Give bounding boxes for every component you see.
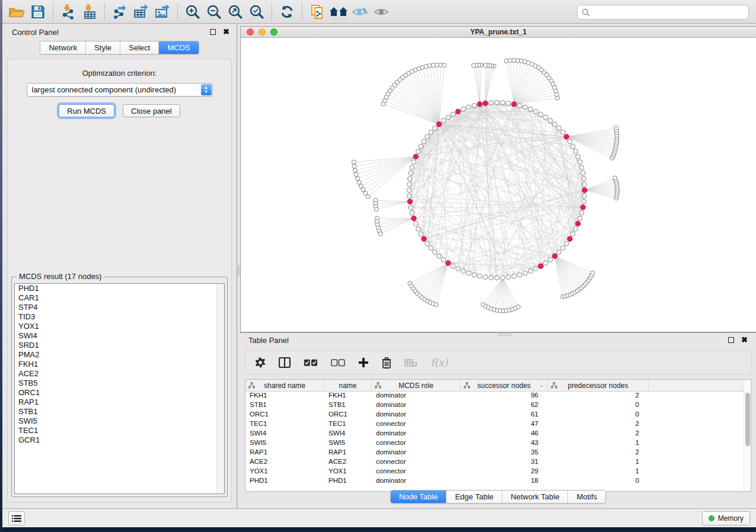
hide-selected-button[interactable] <box>349 2 371 21</box>
application-window: Control Panel ✖ NetworkStyleSelectMCDS O… <box>2 0 756 527</box>
cell-shared-name: ORC1 <box>245 411 324 420</box>
column-header-shared-name[interactable]: shared name <box>245 380 324 391</box>
import-network-button[interactable] <box>58 2 79 21</box>
tab-style[interactable]: Style <box>86 41 120 54</box>
export-network-icon <box>111 4 128 20</box>
cell-successor-nodes: 29 <box>461 467 548 477</box>
table-panel-splitter-handle[interactable] <box>498 334 511 336</box>
network-canvas[interactable] <box>241 38 756 332</box>
add-column-button[interactable] <box>358 357 369 368</box>
show-column-panel-button[interactable] <box>279 357 291 368</box>
close-panel-button-2[interactable]: Close panel <box>123 104 180 117</box>
table-settings-button[interactable] <box>255 357 266 368</box>
float-table-panel-button[interactable] <box>728 337 734 343</box>
select-all-button[interactable] <box>304 359 318 367</box>
cell-successor-nodes: 18 <box>461 477 548 486</box>
mcds-result-item: YOX1 <box>15 322 224 331</box>
network-window-titlebar[interactable]: YPA_prune.txt_1 <box>241 27 756 38</box>
refresh-button[interactable] <box>276 2 298 21</box>
close-table-panel-button[interactable]: ✖ <box>741 337 748 343</box>
optimization-criterion-select[interactable]: largest connected component (undirected)… <box>27 83 213 97</box>
cell-MCDS-role: dominator <box>372 411 461 420</box>
export-network-button[interactable] <box>109 2 130 21</box>
tab-node-table[interactable]: Node Table <box>391 491 447 503</box>
cell-shared-name: RAP1 <box>245 448 324 458</box>
table-row[interactable]: PHD1PHD1dominator180 <box>245 477 751 486</box>
table-row[interactable]: ORC1ORC1dominator610 <box>245 411 751 420</box>
import-table-button[interactable] <box>79 2 100 21</box>
tab-network-table[interactable]: Network Table <box>502 491 568 503</box>
cell-name: PHD1 <box>324 477 372 486</box>
mcds-list-scrollbar[interactable] <box>216 284 224 493</box>
zoom-fit-icon <box>228 4 243 20</box>
table-row[interactable]: RAP1RAP1dominator352 <box>245 448 751 458</box>
table-scrollbar-thumb[interactable] <box>745 393 750 446</box>
cell-successor-nodes: 62 <box>461 401 548 411</box>
close-panel-button[interactable]: ✖ <box>223 29 229 35</box>
plus-icon <box>358 357 369 368</box>
table-row[interactable]: FKH1FKH1dominator962 <box>245 392 751 401</box>
run-mcds-button[interactable]: Run MCDS <box>59 104 114 117</box>
column-header-name[interactable]: name <box>324 380 372 391</box>
zoom-fit-button[interactable] <box>225 2 246 21</box>
tab-network[interactable]: Network <box>40 41 86 54</box>
tab-motifs[interactable]: Motifs <box>568 491 605 503</box>
cell-successor-nodes: 35 <box>461 448 548 458</box>
tab-edge-table[interactable]: Edge Table <box>446 491 502 503</box>
save-session-button[interactable] <box>27 2 49 21</box>
mcds-result-item: STB1 <box>15 407 224 416</box>
memory-status-icon <box>709 515 714 521</box>
sort-indicator-icon: ⌄ <box>539 382 544 388</box>
fan-edges <box>354 60 617 311</box>
zoom-selected-button[interactable] <box>246 2 267 21</box>
zoom-out-icon <box>206 4 222 20</box>
table-row[interactable]: ACE2ACE2connector311 <box>245 458 751 467</box>
network-window-title: YPA_prune.txt_1 <box>241 28 756 36</box>
cell-predecessor-nodes: 1 <box>548 439 649 448</box>
cell-successor-nodes: 43 <box>461 439 548 448</box>
optimization-criterion-label: Optimization criterion: <box>8 69 231 78</box>
delete-column-button[interactable] <box>382 357 391 368</box>
mcds-result-group: MCDS result (17 nodes) PHD1CAR1STP4TID3Y… <box>11 277 228 497</box>
export-table-button[interactable] <box>130 2 152 21</box>
mcds-result-item: ACE2 <box>15 369 224 379</box>
show-panels-button[interactable] <box>8 511 25 525</box>
zoom-out-button[interactable] <box>203 2 225 21</box>
export-image-button[interactable] <box>152 2 173 21</box>
tab-mcds[interactable]: MCDS <box>159 41 198 54</box>
table-row[interactable]: TEC1TEC1connector472 <box>245 420 751 430</box>
column-header-predecessor-nodes[interactable]: predecessor nodes <box>548 380 649 391</box>
mcds-result-list[interactable]: PHD1CAR1STP4TID3YOX1SWI4SRD1PMA2FKH1ACE2… <box>14 283 225 494</box>
refresh-icon <box>279 4 295 20</box>
import-table-icon <box>82 4 97 20</box>
status-bar: Memory <box>2 508 756 527</box>
mcds-result-item: FKH1 <box>15 360 224 369</box>
zoom-selected-icon <box>249 4 264 20</box>
table-row[interactable]: SWI4SWI4dominator462 <box>245 430 751 439</box>
deselect-all-button[interactable] <box>331 359 345 367</box>
cell-predecessor-nodes: 2 <box>548 430 649 439</box>
function-builder-button-disabled: f(x) <box>430 357 448 368</box>
mcds-result-item: TEC1 <box>15 426 224 435</box>
table-scrollbar[interactable] <box>744 380 751 491</box>
memory-button[interactable]: Memory <box>702 511 750 525</box>
table-row[interactable]: STB1STB1dominator620 <box>245 401 751 411</box>
copy-network-button[interactable] <box>307 2 328 21</box>
cell-MCDS-role: connector <box>372 467 461 477</box>
show-all-button[interactable] <box>371 2 392 21</box>
tab-select[interactable]: Select <box>120 41 159 54</box>
mcds-result-item: SRD1 <box>15 341 224 350</box>
search-input[interactable] <box>590 8 748 17</box>
first-neighbors-button[interactable] <box>328 2 349 21</box>
cell-shared-name: YOX1 <box>245 467 324 477</box>
table-row[interactable]: YOX1YOX1connector291 <box>245 467 751 477</box>
copy-network-icon <box>310 4 325 20</box>
column-header-successor-nodes[interactable]: successor nodes⌄ <box>461 380 548 391</box>
search-field[interactable] <box>577 5 749 20</box>
selected-option: largest connected component (undirected) <box>32 85 177 94</box>
zoom-in-button[interactable] <box>182 2 203 21</box>
open-file-button[interactable] <box>6 2 27 21</box>
column-header-MCDS-role[interactable]: MCDS role <box>372 380 461 391</box>
float-window-button[interactable] <box>210 29 216 35</box>
table-row[interactable]: SWI5SWI5connector431 <box>245 439 751 448</box>
